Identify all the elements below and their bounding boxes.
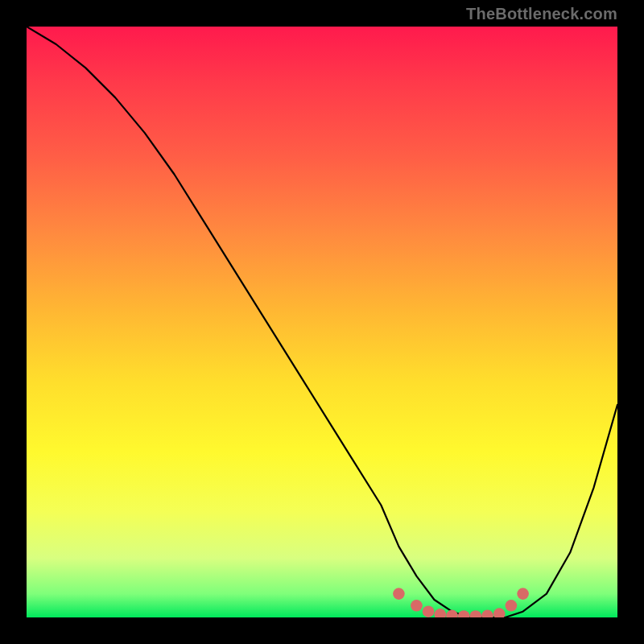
flat-region-markers [393, 588, 529, 617]
watermark-text: TheBottleneck.com [466, 5, 617, 23]
marker-dot [470, 610, 482, 617]
marker-dot [458, 610, 470, 617]
marker-dot [481, 610, 493, 618]
marker-dot [517, 588, 529, 600]
marker-dot [423, 605, 435, 617]
marker-dot [435, 609, 447, 617]
marker-dot [493, 608, 506, 617]
marker-dot [411, 600, 423, 612]
bottleneck-curve [27, 27, 617, 617]
marker-dot [393, 588, 405, 600]
plot-area [27, 27, 617, 617]
marker-dot [506, 600, 518, 612]
marker-dot [446, 610, 458, 618]
chart-frame: TheBottleneck.com [0, 0, 644, 644]
curve-layer [27, 27, 617, 617]
